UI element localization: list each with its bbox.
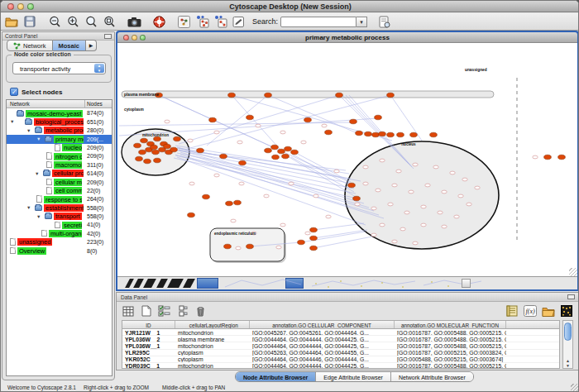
expand-arrow-icon[interactable]: ▼ [36, 214, 41, 219]
scrollbar-thumb[interactable] [564, 323, 572, 341]
tab-mosaic[interactable]: Mosaic [53, 40, 86, 51]
zoom-selected-icon[interactable] [102, 15, 117, 28]
select-attributes-icon[interactable] [157, 304, 171, 318]
table-row[interactable]: YKR052Ccytoplasm[GO:0044464, GO:0044446,… [122, 356, 559, 363]
tree-row[interactable]: ▼transport558(0) [7, 213, 112, 221]
save-icon[interactable] [22, 15, 37, 28]
table-row[interactable]: YPL036W__2plasma membrane[GO:0044464, GO… [122, 336, 559, 342]
table-scrollbar[interactable]: ▲▼ [562, 320, 573, 369]
tree-row[interactable]: secretion41(0) [7, 221, 112, 229]
table-cell[interactable]: [GO:0016787, GO:0005488, GO:0005215, G..… [395, 329, 506, 335]
attribute-matrix-icon[interactable] [559, 304, 573, 318]
table-cell[interactable]: [GO:0044464, GO:0044444, GO:0044425, G..… [250, 336, 395, 342]
search-dropdown-button[interactable]: ▾ [356, 17, 367, 27]
expand-arrow-icon[interactable]: ▼ [10, 119, 14, 124]
network-graph[interactable]: plasma membranecytoplasmmitochondrionnuc… [117, 43, 577, 276]
tab-edge-attribute-browser[interactable]: Edge Attribute Browser [316, 372, 391, 381]
table-cell[interactable]: mitochondrion [175, 363, 250, 369]
table-cell[interactable]: YLR295C [122, 350, 175, 356]
table-cell[interactable]: [GO:0045267, GO:0045261, GO:0044464, G..… [250, 329, 395, 335]
tab-node-attribute-browser[interactable]: Node Attribute Browser [236, 372, 316, 381]
tree-row[interactable]: cellular metabo209(0) [7, 178, 112, 186]
table-cell[interactable]: [GO:0016787, GO:0005488, GO:0005215, G..… [395, 363, 506, 369]
table-cell[interactable]: cytoplasm [175, 356, 250, 362]
tab-network-attribute-browser[interactable]: Network Attribute Browser [391, 372, 473, 381]
table-row[interactable]: YPL036W__1mitochondrion[GO:0044464, GO:0… [122, 342, 559, 349]
attribute-editor-icon[interactable] [505, 304, 519, 318]
table-cell[interactable]: YJR121W__1 [122, 329, 175, 335]
tree-row[interactable]: multi-organism pro42(0) [7, 229, 112, 237]
tree-row[interactable]: ▼metabolic process280(0) [7, 127, 112, 135]
squeezed-window-button[interactable] [462, 279, 471, 288]
table-cell[interactable]: [GO:0016787, GO:0005488, GO:0005215, G..… [395, 336, 506, 342]
zoom-out-icon[interactable] [47, 15, 62, 28]
table-cell[interactable]: YPL036W__2 [122, 336, 175, 342]
float-data-panel-icon[interactable] [567, 294, 575, 299]
tree-col-network[interactable]: Network [10, 101, 30, 107]
table-row[interactable]: YDR039C__1mitochondrion[GO:0044464, GO:0… [122, 363, 559, 369]
column-header[interactable]: annotation.GO CELLULAR_COMPONENT [250, 321, 395, 328]
window-resize-grip[interactable] [571, 384, 579, 392]
tree-row[interactable]: ▼primary metabo209(... [7, 135, 112, 143]
search-config-icon[interactable] [377, 15, 392, 28]
create-view-icon[interactable] [194, 15, 209, 28]
table-cell[interactable]: [GO:0044464, GO:0044444, GO:0044425, G..… [250, 363, 395, 369]
table-cell[interactable]: [GO:0016787, GO:0005488, GO:0005215, G..… [395, 342, 506, 348]
tree-row[interactable]: ▼cellular process614(0) [7, 170, 112, 178]
tabs-overflow-arrow[interactable]: ▶ [86, 40, 97, 51]
table-cell[interactable]: mitochondrion [175, 342, 250, 348]
open-file-icon[interactable] [4, 15, 19, 28]
table-cell[interactable]: [GO:0044464, GO:0044444, GO:0044425, G..… [250, 342, 395, 348]
expand-arrow-icon[interactable]: ▼ [36, 136, 41, 141]
help-lifesaver-icon[interactable] [151, 15, 166, 28]
table-cell[interactable]: mitochondrion [175, 329, 250, 335]
network-window-titlebar[interactable]: primary metabolic process [117, 32, 577, 43]
scrollbar-arrows[interactable]: ▲▼ [563, 358, 572, 368]
preferences-network-icon[interactable] [176, 15, 191, 28]
search-input[interactable] [280, 17, 356, 27]
node-color-combobox[interactable]: transporter activity ▲▼ [12, 62, 106, 74]
tree-row[interactable]: cell communicat22(0) [7, 187, 112, 195]
table-row[interactable]: YLR295Ccytoplasm[GO:0045263, GO:0044464,… [122, 350, 559, 356]
new-attribute-icon[interactable] [139, 304, 153, 318]
column-header[interactable]: ID [122, 321, 175, 328]
destroy-view-icon[interactable] [213, 15, 227, 28]
tree-col-nodes[interactable]: Nodes [87, 101, 103, 107]
tree-row[interactable]: mosaic-demo-yeast874(0) [7, 109, 112, 117]
tree-row[interactable]: Overview8(0) [7, 246, 112, 255]
annotation-page-icon[interactable] [231, 15, 246, 28]
expand-arrow-icon[interactable]: ▼ [26, 128, 31, 133]
tree-row[interactable]: ▼biological_process651(0) [7, 117, 112, 126]
table-cell[interactable]: plasma membrane [175, 336, 250, 342]
float-panel-icon[interactable] [104, 34, 112, 39]
tree-row[interactable]: ▼establishment of lo558(0) [7, 203, 112, 212]
snapshot-camera-icon[interactable] [127, 15, 141, 28]
table-cell[interactable]: [GO:0045263, GO:0044464, GO:0044455, G..… [250, 350, 395, 356]
table-cell[interactable]: cytoplasm [175, 350, 250, 356]
table-cell[interactable]: [GO:0016787, GO:0005215, GO:0003824, G..… [395, 350, 506, 356]
tree-row[interactable]: nitrogen compo209(0) [7, 152, 112, 160]
tab-network[interactable]: Network [7, 40, 53, 51]
column-header[interactable]: annotation.GO MOLECULAR_FUNCTION [395, 321, 506, 328]
zoom-in-icon[interactable] [65, 15, 80, 28]
table-cell[interactable]: [GO:0005488, GO:0005215, GO:0003674] [395, 356, 506, 362]
network-canvas[interactable]: plasma membranecytoplasmmitochondrionnuc… [117, 43, 577, 276]
tree-row[interactable]: nucleobase-209(0) [7, 144, 112, 152]
tree-row[interactable]: unassigned223(0) [7, 238, 112, 246]
function-builder-icon[interactable]: f(x) [523, 304, 537, 318]
table-row[interactable]: YJR121W__1mitochondrion[GO:0045267, GO:0… [122, 329, 559, 336]
import-attributes-icon[interactable] [541, 304, 555, 318]
tree-row[interactable]: macromolecule311(0) [7, 160, 112, 169]
table-cell[interactable]: YDR039C__1 [122, 363, 175, 369]
table-cell[interactable]: YKR052C [122, 356, 175, 362]
delete-attribute-icon[interactable] [194, 304, 208, 318]
expand-arrow-icon[interactable]: ▼ [26, 205, 31, 210]
canvas-resize-grip[interactable] [569, 268, 577, 276]
attribute-grid-icon[interactable] [121, 304, 135, 318]
table-cell[interactable]: [GO:0044464, GO:0044446, GO:0044444, G..… [250, 356, 395, 362]
table-cell[interactable]: YPL036W__1 [122, 342, 175, 348]
app-titlebar[interactable]: Cytoscape Desktop (New Session) [1, 1, 579, 12]
select-nodes-checkbox[interactable]: ✓ [10, 88, 18, 96]
tree-row[interactable]: response to stimulu264(0) [7, 195, 112, 203]
expand-arrow-icon[interactable]: ▼ [35, 171, 39, 176]
